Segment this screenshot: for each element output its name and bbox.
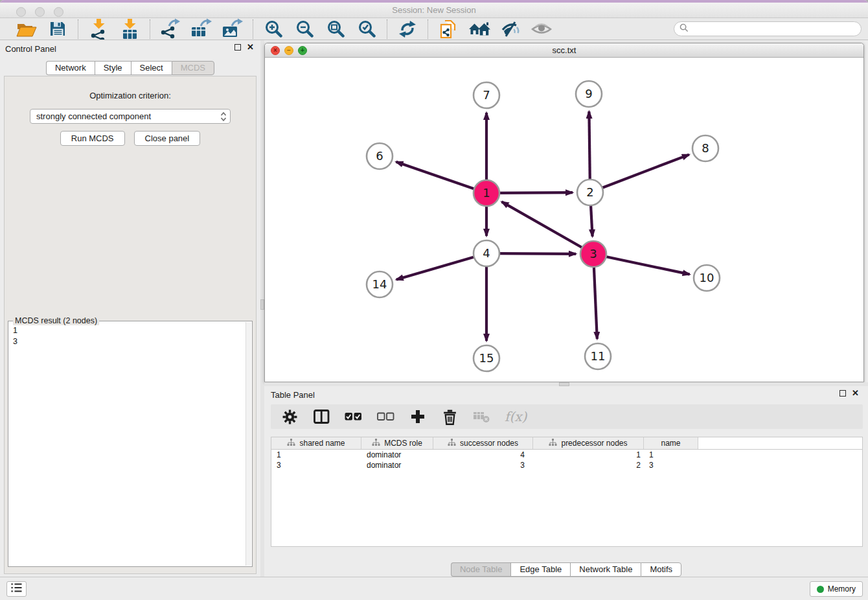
- table-row[interactable]: 3dominator323: [271, 460, 862, 470]
- table-cell[interactable]: 3: [433, 460, 533, 470]
- graph-edge-4-14[interactable]: [396, 253, 486, 280]
- tab-style[interactable]: Style: [95, 61, 131, 75]
- tab-mcds[interactable]: MCDS: [172, 61, 214, 75]
- table-cell[interactable]: dominator: [361, 460, 433, 470]
- network-window-titlebar[interactable]: ×−+ scc.txt: [265, 43, 863, 58]
- tab-select[interactable]: Select: [131, 61, 172, 75]
- graph-edge-1-6[interactable]: [396, 162, 487, 193]
- tab-network[interactable]: Network: [46, 61, 95, 75]
- table-cell[interactable]: 1: [271, 450, 361, 460]
- node-table: shared nameMCDS rolesuccessor nodesprede…: [271, 437, 863, 547]
- search-box[interactable]: [674, 21, 862, 36]
- column-header-shared-name[interactable]: shared name: [271, 437, 361, 449]
- zoom-in-icon[interactable]: [262, 19, 284, 40]
- graph-node-11[interactable]: 11: [585, 343, 611, 369]
- graph-node-9[interactable]: 9: [576, 81, 602, 107]
- float-panel-icon[interactable]: [839, 390, 846, 397]
- search-input[interactable]: [692, 25, 856, 34]
- column-header-label: name: [661, 439, 680, 448]
- graph-edge-3-1[interactable]: [502, 202, 594, 254]
- graph-node-15[interactable]: 15: [474, 345, 499, 371]
- delete-row-icon[interactable]: [441, 407, 458, 426]
- table-cell[interactable]: 3: [644, 460, 698, 470]
- table-cell[interactable]: 4: [433, 450, 533, 460]
- graph-node-4[interactable]: 4: [474, 240, 499, 266]
- run-mcds-button[interactable]: Run MCDS: [60, 131, 125, 146]
- tab-network-table[interactable]: Network Table: [570, 562, 641, 577]
- table-cell[interactable]: 1: [644, 450, 698, 460]
- mcds-result-list[interactable]: 13: [8, 321, 252, 351]
- close-window-icon[interactable]: ×: [271, 46, 280, 55]
- criterion-dropdown[interactable]: strongly connected component: [30, 109, 231, 124]
- table-cell[interactable]: 2: [533, 460, 644, 470]
- table-cell[interactable]: dominator: [361, 450, 433, 460]
- table-row[interactable]: 1dominator411: [271, 450, 862, 460]
- mcds-result-node: 1: [13, 325, 247, 336]
- column-header-MCDS-role[interactable]: MCDS role: [361, 437, 433, 449]
- import-table-icon[interactable]: [119, 19, 141, 40]
- refresh-view-icon[interactable]: [396, 19, 418, 40]
- graph-node-label: 3: [589, 247, 597, 260]
- panel-menu-button[interactable]: [6, 581, 27, 597]
- network-window-title: scc.txt: [265, 43, 863, 58]
- save-session-icon[interactable]: [47, 19, 69, 40]
- network-view-window: ×−+ scc.txt 7968124314101511: [264, 43, 864, 382]
- open-session-icon[interactable]: [16, 19, 38, 40]
- export-image-icon[interactable]: [222, 19, 244, 40]
- memory-button[interactable]: Memory: [810, 581, 863, 597]
- graph-node-label: 4: [483, 246, 490, 260]
- select-all-rows-icon[interactable]: [345, 407, 362, 426]
- graph-node-label: 10: [700, 271, 714, 284]
- graph-node-14[interactable]: 14: [367, 271, 393, 297]
- search-icon: [680, 23, 689, 35]
- zoom-out-icon[interactable]: [293, 19, 315, 40]
- graph-node-1[interactable]: 1: [474, 180, 499, 206]
- column-type-icon: [372, 439, 380, 448]
- table-cell[interactable]: 3: [271, 460, 361, 470]
- graph-node-2[interactable]: 2: [577, 179, 603, 205]
- graph-node-7[interactable]: 7: [474, 82, 499, 108]
- dropdown-stepper-icon: [220, 111, 227, 124]
- header-filler: [698, 437, 862, 449]
- column-header-predecessor-nodes[interactable]: predecessor nodes: [533, 437, 644, 449]
- graph-node-6[interactable]: 6: [367, 143, 393, 169]
- tab-motifs[interactable]: Motifs: [641, 562, 681, 577]
- network-canvas[interactable]: 7968124314101511: [265, 58, 863, 382]
- table-cell[interactable]: 1: [533, 450, 644, 460]
- close-window-icon[interactable]: [16, 7, 26, 17]
- import-network-icon[interactable]: [87, 19, 109, 40]
- show-graphics-eye-icon[interactable]: [531, 19, 553, 40]
- titlebar[interactable]: Session: New Session: [0, 3, 868, 18]
- close-panel-icon[interactable]: ✕: [852, 390, 859, 397]
- home-layout-icon[interactable]: [468, 19, 490, 40]
- table-settings-icon[interactable]: [281, 407, 298, 426]
- add-row-icon[interactable]: [409, 407, 426, 426]
- list-icon: [10, 582, 23, 596]
- zoom-fit-icon[interactable]: [325, 19, 347, 40]
- zoom-window-icon[interactable]: +: [298, 46, 307, 55]
- minimize-window-icon[interactable]: −: [284, 46, 293, 55]
- float-panel-icon[interactable]: [234, 44, 241, 51]
- graph-node-8[interactable]: 8: [692, 135, 718, 161]
- close-panel-button[interactable]: Close panel: [134, 131, 201, 146]
- graph-node-3[interactable]: 3: [580, 241, 606, 267]
- zoom-window-icon[interactable]: [54, 7, 63, 17]
- clone-network-icon[interactable]: [437, 19, 459, 40]
- graph-edge-3-10[interactable]: [593, 254, 690, 274]
- hide-graphics-eye-icon[interactable]: [499, 19, 521, 40]
- deselect-all-rows-icon[interactable]: [377, 407, 394, 426]
- column-view-icon[interactable]: [313, 407, 330, 426]
- tab-edge-table[interactable]: Edge Table: [510, 562, 570, 577]
- column-header-successor-nodes[interactable]: successor nodes: [433, 437, 533, 449]
- tab-node-table[interactable]: Node Table: [451, 562, 511, 577]
- graph-node-10[interactable]: 10: [694, 265, 720, 291]
- export-network-icon[interactable]: [159, 19, 181, 40]
- minimize-window-icon[interactable]: [35, 7, 45, 17]
- export-table-icon[interactable]: [190, 19, 212, 40]
- graph-edge-2-8[interactable]: [590, 155, 689, 192]
- close-panel-icon[interactable]: ✕: [247, 44, 254, 51]
- result-scrollbar[interactable]: [246, 322, 251, 566]
- main-toolbar: [0, 18, 868, 40]
- zoom-selected-icon[interactable]: [356, 19, 378, 40]
- column-header-name[interactable]: name: [644, 437, 698, 449]
